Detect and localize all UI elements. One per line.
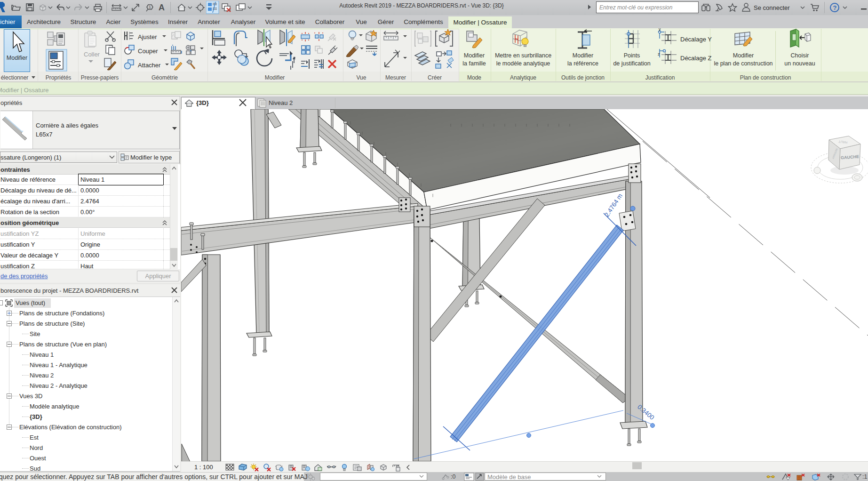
svg-text:z: z xyxy=(658,52,660,56)
svg-text:1: 1 xyxy=(149,5,151,9)
svg-text:?: ? xyxy=(833,4,837,11)
svg-text:y: y xyxy=(659,28,661,32)
svg-text:Coller: Coller xyxy=(84,51,100,58)
svg-text:A: A xyxy=(159,3,165,12)
